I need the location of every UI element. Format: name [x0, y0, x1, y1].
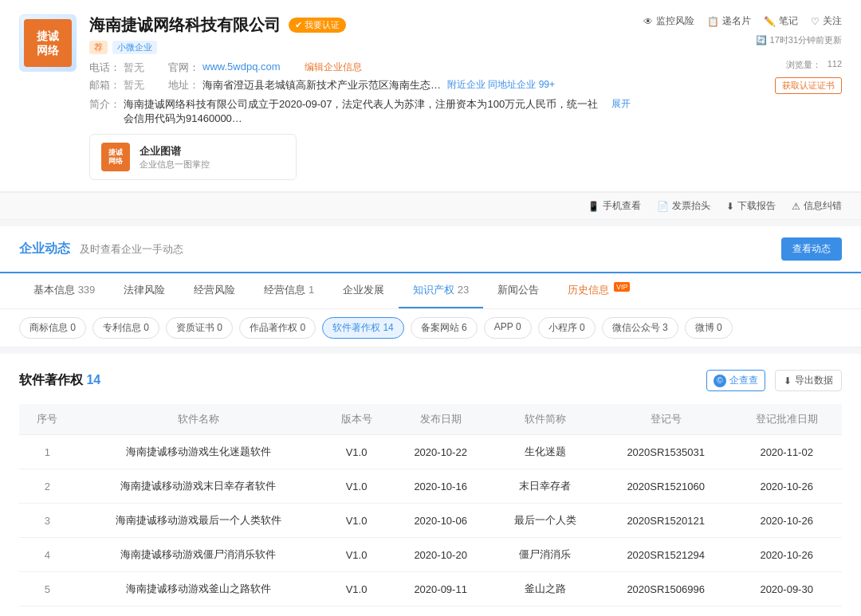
sub-tab-patent[interactable]: 专利信息 0 [92, 317, 159, 339]
note-icon: ✏️ [764, 16, 776, 27]
tab-ip[interactable]: 知识产权 23 [399, 273, 483, 308]
cell-num: 2 [19, 469, 76, 504]
export-btn[interactable]: ⬇ 导出数据 [775, 370, 842, 391]
sub-tab-copyright-software[interactable]: 软件著作权 14 [322, 317, 404, 339]
cell-date: 2020-09-11 [391, 572, 490, 606]
address-label: 地址： [168, 78, 199, 92]
cell-short: 最后一个人类 [489, 504, 600, 538]
cell-name: 海南捷诚移动游戏最后一个人类软件 [76, 504, 322, 538]
cell-name: 海南捷诚移动游戏生化迷题软件 [76, 435, 322, 469]
tab-legal-risk[interactable]: 法律风险 [109, 273, 179, 308]
table-row: 5 海南捷诚移动游戏釜山之路软件 V1.0 2020-09-11 釜山之路 20… [19, 572, 842, 606]
tag-jian: 荐 [89, 41, 108, 54]
expand-link[interactable]: 展开 [611, 97, 631, 126]
cell-name: 海南捷诚移动游戏僵尸消消乐软件 [76, 538, 322, 572]
website-link[interactable]: www.5wdpq.com [202, 61, 281, 75]
cell-date: 2020-10-22 [391, 435, 490, 469]
follow-label: 关注 [823, 14, 842, 28]
desc-row: 简介： 海南捷诚网络科技有限公司成立于2020-09-07，法定代表人为苏津，注… [89, 97, 631, 126]
mobile-label: 手机查看 [603, 199, 641, 213]
dynamics-title: 企业动态 [19, 241, 70, 257]
sub-tab-trademark[interactable]: 商标信息 0 [19, 317, 86, 339]
invoice-label: 发票抬头 [672, 199, 710, 213]
qcq-circle-icon: © [714, 375, 726, 387]
sub-tab-miniapp[interactable]: 小程序 0 [538, 317, 596, 339]
graph-logo: 捷诚网络 [101, 143, 130, 171]
sub-tab-app[interactable]: APP 0 [484, 317, 532, 339]
graph-banner[interactable]: 捷诚网络 企业图谱 企业信息一图掌控 [89, 134, 297, 180]
cell-date: 2020-10-06 [391, 504, 490, 538]
tab-history[interactable]: 历史信息 VIP [553, 273, 644, 308]
cell-version: V1.0 [321, 538, 391, 572]
company-logo: 捷诚网络 [19, 14, 77, 72]
note-label: 笔记 [779, 14, 798, 28]
invoice-btn[interactable]: 📄 发票抬头 [657, 199, 710, 213]
nearby-links[interactable]: 附近企业 同地址企业 99+ [447, 78, 555, 92]
follow-btn[interactable]: ♡关注 [811, 14, 842, 28]
sub-tabs: 商标信息 0 专利信息 0 资质证书 0 作品著作权 0 软件著作权 14 备案… [0, 309, 861, 347]
cell-version: V1.0 [321, 469, 391, 504]
cell-name: 海南捷诚移动游戏釜山之路软件 [76, 572, 322, 606]
cell-date: 2020-10-20 [391, 538, 490, 572]
cell-num: 3 [19, 504, 76, 538]
cell-short: 生化迷题 [489, 435, 600, 469]
browse-label: 浏览量： [786, 59, 821, 71]
cell-approve: 2020-10-26 [731, 469, 842, 504]
note-btn[interactable]: ✏️笔记 [764, 14, 798, 28]
bottom-action-bar: 📱 手机查看 📄 发票抬头 ⬇ 下载报告 ⚠ 信息纠错 [0, 192, 861, 220]
sub-tab-wechat[interactable]: 微信公众号 3 [602, 317, 678, 339]
cell-approve: 2020-09-30 [731, 572, 842, 606]
monitor-icon: 👁 [643, 16, 653, 27]
tab-biz-info[interactable]: 经营信息 1 [250, 273, 328, 308]
website-label: 官网： [168, 61, 199, 75]
tab-news[interactable]: 新闻公告 [483, 273, 553, 308]
cell-num: 1 [19, 435, 76, 469]
edit-info-link[interactable]: 编辑企业信息 [305, 61, 362, 74]
get-cert-btn[interactable]: 获取认证证书 [775, 77, 842, 94]
graph-text: 企业图谱 企业信息一图掌控 [140, 144, 210, 171]
namecard-icon: 📋 [707, 16, 719, 27]
correction-btn[interactable]: ⚠ 信息纠错 [792, 199, 842, 213]
main-tabs: 基本信息 339 法律风险 经营风险 经营信息 1 企业发展 知识产权 23 新… [0, 273, 861, 309]
tab-biz-dev[interactable]: 企业发展 [328, 273, 399, 308]
cell-short: 僵尸消消乐 [489, 538, 600, 572]
cell-regno: 2020SR1506996 [600, 572, 731, 606]
company-header-section: 捷诚网络 海南捷诚网络科技有限公司 ✔ 我要认证 荐 小微企业 电话： 暂无 [0, 0, 861, 192]
cell-approve: 2020-11-02 [731, 435, 842, 469]
action-buttons-row: 👁监控风险 📋递名片 ✏️笔记 ♡关注 [643, 14, 842, 28]
phone-value: 暂无 [124, 61, 144, 75]
tab-basic-info[interactable]: 基本信息 339 [19, 273, 109, 308]
col-short: 软件简称 [489, 404, 600, 435]
cell-regno: 2020SR1521294 [600, 538, 731, 572]
cell-name: 海南捷诚移动游戏末日幸存者软件 [76, 469, 322, 504]
cell-approve: 2020-10-26 [731, 504, 842, 538]
correction-label: 信息纠错 [804, 199, 842, 213]
company-name: 海南捷诚网络科技有限公司 [89, 14, 281, 36]
download-label: 下载报告 [737, 199, 776, 213]
update-time: 🔄 17时31分钟前更新 [756, 34, 842, 46]
cell-num: 4 [19, 538, 76, 572]
mobile-view-btn[interactable]: 📱 手机查看 [588, 199, 641, 213]
sub-tab-copyright-work[interactable]: 作品著作权 0 [239, 317, 316, 339]
col-approve: 登记批准日期 [731, 404, 842, 435]
download-icon: ⬇ [726, 201, 734, 212]
monitor-label: 监控风险 [656, 14, 694, 28]
name-card-btn[interactable]: 📋递名片 [707, 14, 751, 28]
logo-text: 捷诚网络 [24, 19, 72, 67]
monitor-risk-btn[interactable]: 👁监控风险 [643, 14, 694, 28]
view-dynamics-btn[interactable]: 查看动态 [781, 237, 842, 261]
copyright-table: 序号 软件名称 版本号 发布日期 软件简称 登记号 登记批准日期 1 海南捷诚移… [19, 404, 842, 606]
cert-badge[interactable]: ✔ 我要认证 [289, 18, 346, 33]
sub-tab-weibo[interactable]: 微博 0 [685, 317, 733, 339]
content-section: 软件著作权 14 © 企查查 ⬇ 导出数据 序号 软件名称 版本号 发布日期 软… [0, 354, 861, 616]
tab-biz-risk[interactable]: 经营风险 [179, 273, 250, 308]
company-info: 海南捷诚网络科技有限公司 ✔ 我要认证 荐 小微企业 电话： 暂无 官网： ww… [89, 14, 631, 180]
export-label: 导出数据 [795, 374, 833, 387]
cell-regno: 2020SR1535031 [600, 435, 731, 469]
sub-tab-icp[interactable]: 备案网站 6 [411, 317, 478, 339]
download-report-btn[interactable]: ⬇ 下载报告 [726, 199, 776, 213]
sub-tab-qualification[interactable]: 资质证书 0 [166, 317, 233, 339]
follow-icon: ♡ [811, 16, 820, 27]
copyright-count: 14 [86, 373, 100, 386]
tag-small-biz: 小微企业 [112, 41, 157, 54]
